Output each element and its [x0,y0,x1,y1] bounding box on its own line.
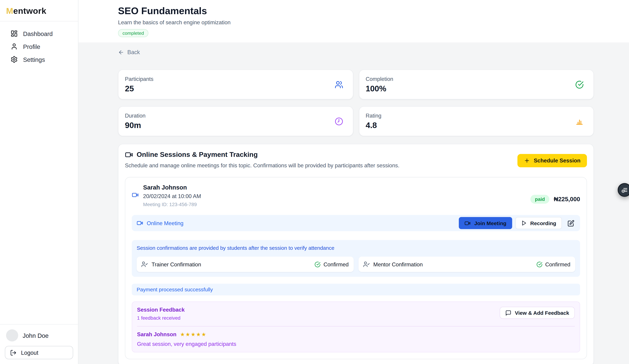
star-rating: ★★★★★ [180,331,207,338]
page-header: SEO Fundamentals Learn the basics of sea… [78,0,629,42]
feedback-author: Sarah Johnson [137,331,176,338]
recording-label: Recording [530,220,556,226]
online-meeting-label: Online Meeting [147,220,183,226]
stat-value: 100% [366,84,393,93]
stat-label: Rating [366,113,381,119]
logout-button[interactable]: Logout [5,346,73,359]
brand-logo-accent: M [6,6,13,15]
sidebar-nav: Dashboard Profile Settings [0,21,78,72]
trainer-confirmation-card: Trainer Confirmation Confirmed [137,256,353,272]
stat-value: 90m [125,121,146,130]
gear-icon [10,56,18,63]
message-square-icon [505,310,511,316]
stats-grid: Participants 25 Completion 100% Durati [118,70,594,136]
session-meeting-id: Meeting ID: 123-456-789 [143,202,201,207]
back-label: Back [127,49,140,55]
session-participant-name: Sarah Johnson [143,184,201,191]
page-title: SEO Fundamentals [118,5,629,17]
logout-label: Logout [21,349,38,356]
stat-card-rating: Rating 4.8 [359,106,594,136]
status-badge: completed [118,29,149,37]
schedule-session-label: Schedule Session [534,157,580,164]
session-item: Sarah Johnson 20/02/2024 at 10:00 AM Mee… [125,177,587,359]
confirmation-status: Confirmed [545,261,570,267]
sidebar-item-profile[interactable]: Profile [0,40,78,53]
sidebar: Mentwork Dashboard Profile Settings [0,0,78,364]
logout-icon [10,349,16,356]
stat-label: Participants [125,76,154,82]
user-icon [10,43,18,50]
confirmation-label: Trainer Confirmation [152,261,201,267]
payment-message: Payment processed successfully [132,284,580,295]
payment-amount: ₦225,000 [554,196,580,202]
plus-icon [524,157,530,164]
feedback-comment: Great session, very engaged participants [137,341,575,347]
user-name: John Doe [23,332,49,339]
list-play-icon [621,186,628,194]
sessions-section: Online Sessions & Payment Tracking Sched… [118,144,594,364]
video-icon [132,192,139,198]
edit-session-button[interactable] [568,220,574,226]
app-window: Mentwork Dashboard Profile Settings [0,0,629,364]
arrow-left-icon [118,49,124,55]
confirmations-note: Session confirmations are provided by st… [137,245,575,251]
avatar [6,329,18,342]
view-add-feedback-label: View & Add Feedback [515,310,569,316]
confirmation-status: Confirmed [323,261,348,267]
user-profile[interactable]: John Doe [5,328,73,346]
sidebar-item-label: Settings [23,56,45,63]
user-check-icon [142,261,148,268]
session-datetime: 20/02/2024 at 10:00 AM [143,193,201,199]
dashboard-grid-icon [10,30,18,37]
stat-card-completion: Completion 100% [359,70,594,99]
payment-status-badge: paid [530,195,549,204]
clock-icon [334,117,343,125]
online-meeting-row: Online Meeting Join Meeting [132,215,580,231]
feedback-panel: Session Feedback 1 feedback received Vie… [132,301,580,353]
stat-value: 4.8 [366,121,381,130]
view-add-feedback-button[interactable]: View & Add Feedback [499,307,575,319]
brand-logo: Mentwork [0,0,78,21]
stat-card-duration: Duration 90m [118,106,353,136]
video-icon [465,220,471,226]
sidebar-item-dashboard[interactable]: Dashboard [0,27,78,40]
sessions-section-title: Online Sessions & Payment Tracking [137,151,258,159]
page-subtitle: Learn the basics of search engine optimi… [118,19,629,25]
stat-label: Completion [366,76,393,82]
sidebar-footer: John Doe Logout [0,324,78,364]
session-header: Sarah Johnson 20/02/2024 at 10:00 AM Mee… [132,184,580,207]
check-circle-icon [536,261,542,267]
back-link[interactable]: Back [118,49,140,55]
stat-card-participants: Participants 25 [118,70,353,99]
play-icon [521,220,527,226]
confirmation-label: Mentor Confirmation [373,261,423,267]
online-meeting-link[interactable]: Online Meeting [137,220,183,226]
sidebar-item-settings[interactable]: Settings [0,53,78,66]
sidebar-item-label: Dashboard [23,30,53,37]
video-icon [125,151,133,159]
brand-logo-text: entwork [13,6,46,15]
stat-label: Duration [125,113,146,119]
mentor-confirmation-card: Mentor Confirmation Confirmed [358,256,575,272]
user-check-icon [363,261,370,268]
divider [137,326,575,326]
confirmations-panel: Session confirmations are provided by st… [132,240,580,277]
feedback-entry: Sarah Johnson ★★★★★ Great session, very … [137,331,575,347]
bar-chart-icon [575,117,584,125]
join-meeting-label: Join Meeting [474,220,506,226]
join-meeting-button[interactable]: Join Meeting [459,217,512,229]
video-icon [137,220,143,226]
edit-icon [568,220,574,226]
check-circle-icon [575,80,584,89]
main-content: SEO Fundamentals Learn the basics of sea… [78,0,629,364]
users-icon [334,80,343,89]
sidebar-item-label: Profile [23,43,40,50]
recording-button[interactable]: Recording [515,217,562,229]
stat-value: 25 [125,84,154,93]
check-circle-icon [314,261,320,267]
schedule-session-button[interactable]: Schedule Session [517,154,587,167]
